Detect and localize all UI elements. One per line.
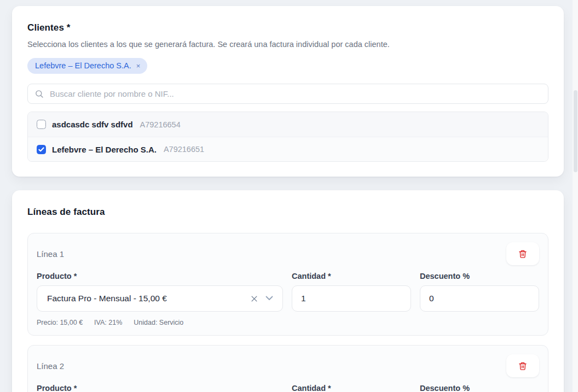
discount-input-wrap: [420, 285, 539, 312]
client-nif: A79216651: [164, 145, 204, 154]
quantity-field: Cantidad *: [292, 272, 411, 326]
trash-icon: [518, 361, 527, 371]
product-price: Precio: 15,00 €: [37, 319, 83, 326]
product-field: Producto * Factura Pro - Mensual - 15,00…: [37, 272, 283, 326]
client-nif: A79216654: [140, 120, 181, 129]
quantity-field: Cantidad *: [292, 384, 411, 392]
delete-line-button[interactable]: [506, 354, 539, 377]
discount-field: Descuento %: [420, 272, 539, 326]
selected-client-chip-label: Lefebvre – El Derecho S.A.: [35, 61, 131, 70]
scrollbar-track[interactable]: [573, 0, 578, 392]
client-row[interactable]: Lefebvre – El Derecho S.A. A79216651: [28, 137, 548, 161]
discount-input[interactable]: [420, 286, 539, 311]
clear-selection-icon[interactable]: [250, 295, 258, 303]
product-select[interactable]: Factura Pro - Mensual - 15,00 €: [37, 285, 283, 312]
product-iva: IVA: 21%: [94, 319, 122, 326]
quantity-label: Cantidad *: [292, 384, 411, 392]
chevron-down-icon[interactable]: [265, 296, 273, 301]
scrollbar-thumb[interactable]: [574, 90, 577, 172]
clients-section-description: Selecciona los clientes a los que se gen…: [27, 40, 548, 49]
selected-clients-row: Lefebvre – El Derecho S.A. ×: [27, 58, 548, 74]
invoice-line-card: Línea 2 Producto * Cantidad *: [27, 345, 548, 392]
line-title: Línea 2: [37, 361, 64, 371]
line-fields: Producto * Cantidad * Descuento %: [37, 384, 539, 392]
invoice-lines-section-card: Líneas de factura Línea 1 Producto * Fac…: [12, 190, 564, 392]
product-select-value: Factura Pro - Mensual - 15,00 €: [37, 294, 167, 303]
line-fields: Producto * Factura Pro - Mensual - 15,00…: [37, 272, 539, 326]
product-meta: Precio: 15,00 € IVA: 21% Unidad: Servici…: [37, 319, 283, 326]
line-title: Línea 1: [37, 249, 64, 259]
client-name: Lefebvre – El Derecho S.A.: [52, 145, 157, 154]
invoice-line-card: Línea 1 Producto * Factura Pro - Mensual…: [27, 233, 548, 336]
client-search: [27, 84, 548, 104]
product-label: Producto *: [37, 272, 283, 280]
discount-label: Descuento %: [420, 384, 539, 392]
client-name: asdcasdc sdfv sdfvd: [52, 120, 133, 129]
quantity-input[interactable]: [292, 286, 411, 311]
quantity-input-wrap: [292, 285, 411, 312]
discount-label: Descuento %: [420, 272, 539, 280]
selected-client-chip[interactable]: Lefebvre – El Derecho S.A. ×: [27, 58, 147, 74]
discount-field: Descuento %: [420, 384, 539, 392]
client-checkbox[interactable]: [37, 145, 46, 154]
invoice-creation-page: { "clients_section": { "title": "Cliente…: [0, 0, 578, 392]
product-unit: Unidad: Servicio: [134, 319, 183, 326]
product-label: Producto *: [37, 384, 283, 392]
trash-icon: [518, 249, 527, 259]
client-list: asdcasdc sdfv sdfvd A79216654 Lefebvre –…: [27, 112, 548, 162]
delete-line-button[interactable]: [506, 242, 539, 265]
search-icon: [34, 89, 44, 98]
chip-remove-icon[interactable]: ×: [136, 62, 141, 69]
checkmark-icon: [38, 147, 44, 152]
product-field: Producto *: [37, 384, 283, 392]
quantity-label: Cantidad *: [292, 272, 411, 280]
clients-section-card: Clientes * Selecciona los clientes a los…: [12, 6, 564, 177]
clients-section-title: Clientes *: [27, 22, 548, 33]
client-search-input[interactable]: [27, 84, 548, 104]
invoice-lines-title: Líneas de factura: [27, 207, 548, 218]
line-header: Línea 1: [37, 242, 539, 265]
client-row[interactable]: asdcasdc sdfv sdfvd A79216654: [28, 112, 548, 137]
client-checkbox[interactable]: [37, 120, 46, 129]
line-header: Línea 2: [37, 354, 539, 377]
